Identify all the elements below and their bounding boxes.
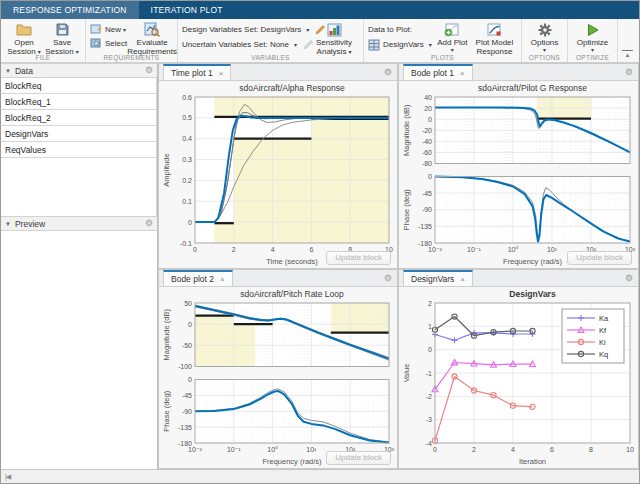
svg-text:-40: -40: [422, 138, 432, 145]
svg-text:-45: -45: [422, 190, 432, 197]
list-item[interactable]: BlockReq: [1, 78, 157, 94]
time-plot-1-tabbar: Time plot 1× ⚙: [159, 64, 397, 81]
close-icon[interactable]: ×: [460, 275, 465, 284]
tab-time-plot-1[interactable]: Time plot 1×: [163, 64, 231, 80]
group-label-variables: VARIABLES: [178, 54, 363, 62]
update-block-button[interactable]: Update block: [326, 451, 391, 465]
save-session-button[interactable]: Save Session▾: [43, 21, 81, 56]
list-item[interactable]: BlockReq_2: [1, 110, 157, 126]
list-item[interactable]: BlockReq_1: [1, 94, 157, 110]
tab-bode-plot-1[interactable]: Bode plot 1×: [403, 64, 473, 80]
collapse-ribbon-icon[interactable]: ▲: [622, 50, 633, 58]
designvars-panel: DesignVars× ⚙ -4-3-2-1012Value0246810Des…: [398, 269, 639, 469]
update-block-button[interactable]: Update block: [326, 251, 391, 265]
gear-icon[interactable]: ⚙: [384, 274, 392, 283]
dock-arrow-icon[interactable]: |◀: [5, 473, 10, 481]
svg-text:-80: -80: [422, 160, 432, 167]
svg-text:-20: -20: [422, 127, 432, 134]
svg-text:Value: Value: [402, 364, 411, 383]
svg-text:0: 0: [193, 246, 197, 253]
time-plot-1-figure[interactable]: -0.100.10.20.30.40.50.6Amplitude0246810s…: [159, 81, 397, 268]
svg-text:0.4: 0.4: [182, 135, 192, 142]
data-section-header[interactable]: ▼ Data ⚙: [1, 63, 157, 78]
preview-area: [1, 231, 157, 469]
chart-svg: -4-3-2-1012Value0246810DesignVarsIterati…: [399, 287, 638, 468]
designvars-figure[interactable]: -4-3-2-1012Value0246810DesignVarsIterati…: [399, 287, 638, 468]
dropdown-arrow-icon: ▾: [123, 27, 126, 33]
add-plot-icon: [444, 22, 460, 37]
group-label-requirements: REQUIREMENTS: [86, 54, 177, 62]
svg-text:0: 0: [433, 446, 437, 453]
gear-icon: [538, 22, 552, 37]
tab-bode-plot-2[interactable]: Bode plot 2×: [163, 270, 233, 286]
list-item[interactable]: DesignVars: [1, 126, 157, 142]
open-session-button[interactable]: Open Session▾: [5, 21, 43, 56]
group-optimize: Optimize ▾ OPTIMIZE: [568, 19, 618, 62]
add-plot-button[interactable]: Add Plot ▾: [433, 21, 472, 54]
new-requirement-button[interactable]: New▾: [90, 23, 127, 35]
chart-svg: 500-50-100Magnitude (dB)0-45-90-135-180P…: [159, 287, 397, 468]
evaluate-requirements-button[interactable]: Evaluate Requirements: [127, 21, 177, 56]
svg-text:6: 6: [309, 246, 313, 253]
svg-text:10⁻¹: 10⁻¹: [227, 446, 241, 453]
svg-text:-90: -90: [422, 206, 432, 213]
close-icon[interactable]: ×: [220, 275, 225, 284]
gear-icon[interactable]: ⚙: [145, 219, 153, 228]
svg-text:sdoAircraft/Pilot G Response: sdoAircraft/Pilot G Response: [478, 83, 587, 93]
chart-svg: 40200-20-40-60-80Magnitude (dB)0-45-90-1…: [399, 81, 638, 268]
bode-plot-1-panel: Bode plot 1× ⚙ 40200-20-40-60-80Magnitud…: [398, 63, 639, 269]
data-to-plot-dropdown[interactable]: DesignVars▾: [368, 38, 433, 51]
collapse-triangle-icon: ▼: [5, 221, 11, 227]
dropdown-arrow-icon: ▾: [429, 41, 432, 48]
svg-text:50: 50: [184, 300, 192, 307]
update-block-button[interactable]: Update block: [567, 251, 632, 265]
group-requirements: New▾ Select Evaluate Requirements REQUIR…: [86, 19, 178, 62]
svg-text:1: 1: [428, 323, 432, 330]
data-list: BlockReq BlockReq_1 BlockReq_2 DesignVar…: [1, 78, 157, 158]
chart-svg: -0.100.10.20.30.40.50.6Amplitude0246810s…: [159, 81, 397, 268]
svg-text:0: 0: [428, 173, 432, 180]
svg-text:Magnitude (dB): Magnitude (dB): [402, 104, 411, 156]
options-button[interactable]: Options ▾: [526, 21, 563, 54]
uncertain-variables-set-dropdown[interactable]: Uncertain Variables Set: None▾: [182, 38, 310, 51]
list-item[interactable]: ReqValues: [1, 142, 157, 158]
group-options: Options ▾ OPTIONS: [522, 19, 568, 62]
sensitivity-analysis-button[interactable]: Sensitivity Analysis▾: [310, 21, 358, 56]
svg-text:-0.1: -0.1: [180, 240, 192, 247]
optimize-button[interactable]: Optimize ▾: [572, 21, 613, 54]
close-icon[interactable]: ×: [219, 69, 224, 78]
gear-icon[interactable]: ⚙: [625, 274, 633, 283]
bode-plot-1-figure[interactable]: 40200-20-40-60-80Magnitude (dB)0-45-90-1…: [399, 81, 638, 268]
svg-text:Ka: Ka: [599, 314, 609, 323]
svg-text:4: 4: [511, 446, 515, 453]
svg-text:Phase (deg): Phase (deg): [162, 390, 171, 431]
svg-text:-90: -90: [182, 408, 192, 415]
select-requirement-button[interactable]: Select: [90, 37, 127, 49]
svg-text:10⁻¹: 10⁻¹: [467, 246, 481, 253]
group-label-plots: PLOTS: [364, 54, 521, 62]
bode-plot-2-figure[interactable]: 500-50-100Magnitude (dB)0-45-90-135-180P…: [159, 287, 397, 468]
svg-text:0.5: 0.5: [182, 114, 192, 121]
gear-icon[interactable]: ⚙: [625, 68, 633, 77]
dropdown-arrow-icon: ▾: [294, 41, 297, 48]
close-icon[interactable]: ×: [460, 69, 465, 78]
gear-icon[interactable]: ⚙: [145, 66, 153, 75]
plot-model-response-button[interactable]: Plot Model Response: [472, 21, 517, 56]
svg-text:-4: -4: [426, 440, 432, 447]
preview-section-header[interactable]: ▼ Preview ⚙: [1, 216, 157, 231]
svg-text:10⁰: 10⁰: [508, 246, 519, 253]
svg-text:10⁻²: 10⁻²: [188, 446, 202, 453]
gear-icon[interactable]: ⚙: [384, 68, 392, 77]
plot-grid: Time plot 1× ⚙ -0.100.10.20.30.40.50.6Am…: [158, 63, 639, 469]
svg-text:Magnitude (dB): Magnitude (dB): [162, 309, 171, 361]
svg-text:-60: -60: [422, 149, 432, 156]
play-icon: [586, 22, 600, 37]
design-variables-set-dropdown[interactable]: Design Variables Set: DesignVars▾: [182, 23, 310, 36]
tab-designvars[interactable]: DesignVars×: [403, 270, 473, 286]
tab-response-optimization[interactable]: RESPONSE OPTIMIZATION: [1, 1, 139, 19]
tab-iteration-plot[interactable]: ITERATION PLOT: [139, 1, 235, 19]
svg-text:Frequency (rad/s): Frequency (rad/s): [262, 457, 322, 466]
response-optimization-window: RESPONSE OPTIMIZATION ITERATION PLOT Ope…: [0, 0, 640, 484]
svg-text:Phase (deg): Phase (deg): [402, 189, 411, 230]
group-label-file: FILE: [1, 54, 85, 62]
